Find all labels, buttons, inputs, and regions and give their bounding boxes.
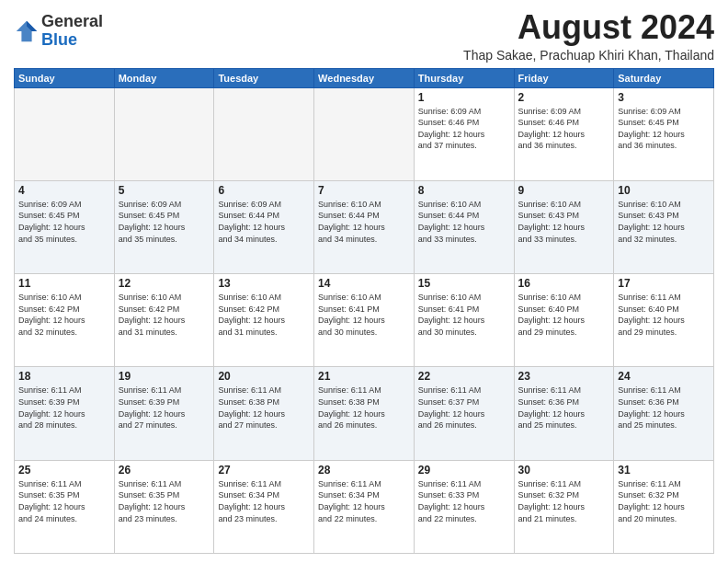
- day-info: Sunrise: 6:11 AM Sunset: 6:39 PM Dayligh…: [119, 385, 210, 431]
- day-number: 22: [418, 370, 510, 383]
- day-info: Sunrise: 6:11 AM Sunset: 6:38 PM Dayligh…: [318, 385, 410, 431]
- day-number: 7: [318, 184, 410, 197]
- day-info: Sunrise: 6:11 AM Sunset: 6:37 PM Dayligh…: [418, 385, 510, 431]
- calendar-table: SundayMondayTuesdayWednesdayThursdayFrid…: [14, 68, 714, 554]
- day-info: Sunrise: 6:10 AM Sunset: 6:41 PM Dayligh…: [318, 292, 410, 338]
- col-header-monday: Monday: [114, 68, 214, 87]
- day-info: Sunrise: 6:11 AM Sunset: 6:33 PM Dayligh…: [418, 478, 510, 524]
- calendar-cell: 28Sunrise: 6:11 AM Sunset: 6:34 PM Dayli…: [314, 460, 415, 553]
- day-number: 28: [318, 464, 410, 477]
- day-number: 27: [218, 464, 310, 477]
- calendar-cell: 31Sunrise: 6:11 AM Sunset: 6:32 PM Dayli…: [614, 460, 714, 553]
- day-number: 1: [418, 91, 510, 104]
- day-info: Sunrise: 6:10 AM Sunset: 6:44 PM Dayligh…: [318, 199, 410, 245]
- day-number: 8: [418, 184, 510, 197]
- calendar-cell: 26Sunrise: 6:11 AM Sunset: 6:35 PM Dayli…: [114, 460, 214, 553]
- day-info: Sunrise: 6:10 AM Sunset: 6:40 PM Dayligh…: [518, 292, 610, 338]
- day-number: 18: [18, 370, 110, 383]
- calendar-cell: 14Sunrise: 6:10 AM Sunset: 6:41 PM Dayli…: [314, 274, 415, 367]
- day-number: 10: [618, 184, 710, 197]
- calendar-cell: 11Sunrise: 6:10 AM Sunset: 6:42 PM Dayli…: [15, 274, 115, 367]
- calendar-cell: [214, 87, 314, 180]
- day-info: Sunrise: 6:09 AM Sunset: 6:46 PM Dayligh…: [418, 106, 510, 152]
- col-header-sunday: Sunday: [15, 68, 115, 87]
- col-header-wednesday: Wednesday: [314, 68, 415, 87]
- day-info: Sunrise: 6:11 AM Sunset: 6:32 PM Dayligh…: [618, 478, 710, 524]
- day-info: Sunrise: 6:09 AM Sunset: 6:45 PM Dayligh…: [18, 199, 110, 245]
- calendar-cell: 17Sunrise: 6:11 AM Sunset: 6:40 PM Dayli…: [614, 274, 714, 367]
- day-info: Sunrise: 6:10 AM Sunset: 6:41 PM Dayligh…: [418, 292, 510, 338]
- calendar-cell: 22Sunrise: 6:11 AM Sunset: 6:37 PM Dayli…: [414, 367, 514, 460]
- day-number: 25: [18, 464, 110, 477]
- calendar-header-row: SundayMondayTuesdayWednesdayThursdayFrid…: [15, 68, 714, 87]
- day-number: 15: [418, 277, 510, 290]
- day-number: 12: [119, 277, 210, 290]
- day-number: 9: [518, 184, 610, 197]
- week-row-5: 25Sunrise: 6:11 AM Sunset: 6:35 PM Dayli…: [15, 460, 714, 553]
- day-info: Sunrise: 6:11 AM Sunset: 6:38 PM Dayligh…: [218, 385, 310, 431]
- calendar-cell: 25Sunrise: 6:11 AM Sunset: 6:35 PM Dayli…: [15, 460, 115, 553]
- day-number: 11: [18, 277, 110, 290]
- day-number: 20: [218, 370, 310, 383]
- calendar-cell: 9Sunrise: 6:10 AM Sunset: 6:43 PM Daylig…: [514, 180, 614, 273]
- calendar-cell: 13Sunrise: 6:10 AM Sunset: 6:42 PM Dayli…: [214, 274, 314, 367]
- calendar-cell: 5Sunrise: 6:09 AM Sunset: 6:45 PM Daylig…: [114, 180, 214, 273]
- col-header-friday: Friday: [514, 68, 614, 87]
- calendar-cell: 1Sunrise: 6:09 AM Sunset: 6:46 PM Daylig…: [414, 87, 514, 180]
- day-info: Sunrise: 6:11 AM Sunset: 6:36 PM Dayligh…: [518, 385, 610, 431]
- page: General Blue August 2024 Thap Sakae, Pra…: [0, 0, 728, 563]
- week-row-3: 11Sunrise: 6:10 AM Sunset: 6:42 PM Dayli…: [15, 274, 714, 367]
- col-header-saturday: Saturday: [614, 68, 714, 87]
- calendar-cell: 3Sunrise: 6:09 AM Sunset: 6:45 PM Daylig…: [614, 87, 714, 180]
- location: Thap Sakae, Prachuap Khiri Khan, Thailan…: [463, 48, 714, 63]
- calendar-cell: 21Sunrise: 6:11 AM Sunset: 6:38 PM Dayli…: [314, 367, 415, 460]
- day-number: 24: [618, 370, 710, 383]
- day-info: Sunrise: 6:11 AM Sunset: 6:32 PM Dayligh…: [518, 478, 610, 524]
- day-number: 4: [18, 184, 110, 197]
- day-info: Sunrise: 6:11 AM Sunset: 6:36 PM Dayligh…: [618, 385, 710, 431]
- day-number: 31: [618, 464, 710, 477]
- day-number: 6: [218, 184, 310, 197]
- calendar-cell: [114, 87, 214, 180]
- calendar-cell: 2Sunrise: 6:09 AM Sunset: 6:46 PM Daylig…: [514, 87, 614, 180]
- day-info: Sunrise: 6:11 AM Sunset: 6:35 PM Dayligh…: [18, 478, 110, 524]
- day-info: Sunrise: 6:10 AM Sunset: 6:42 PM Dayligh…: [218, 292, 310, 338]
- day-number: 19: [119, 370, 210, 383]
- day-number: 5: [119, 184, 210, 197]
- calendar-cell: 16Sunrise: 6:10 AM Sunset: 6:40 PM Dayli…: [514, 274, 614, 367]
- day-info: Sunrise: 6:10 AM Sunset: 6:42 PM Dayligh…: [119, 292, 210, 338]
- day-number: 14: [318, 277, 410, 290]
- calendar-cell: 6Sunrise: 6:09 AM Sunset: 6:44 PM Daylig…: [214, 180, 314, 273]
- logo-text: General Blue: [41, 13, 103, 50]
- month-year: August 2024: [463, 9, 714, 46]
- day-number: 3: [618, 91, 710, 104]
- day-info: Sunrise: 6:09 AM Sunset: 6:46 PM Dayligh…: [518, 106, 610, 152]
- day-number: 2: [518, 91, 610, 104]
- col-header-tuesday: Tuesday: [214, 68, 314, 87]
- day-info: Sunrise: 6:10 AM Sunset: 6:44 PM Dayligh…: [418, 199, 510, 245]
- day-number: 21: [318, 370, 410, 383]
- calendar-cell: 27Sunrise: 6:11 AM Sunset: 6:34 PM Dayli…: [214, 460, 314, 553]
- day-info: Sunrise: 6:10 AM Sunset: 6:43 PM Dayligh…: [518, 199, 610, 245]
- day-info: Sunrise: 6:10 AM Sunset: 6:42 PM Dayligh…: [18, 292, 110, 338]
- calendar-cell: 18Sunrise: 6:11 AM Sunset: 6:39 PM Dayli…: [15, 367, 115, 460]
- calendar-cell: 24Sunrise: 6:11 AM Sunset: 6:36 PM Dayli…: [614, 367, 714, 460]
- header: General Blue August 2024 Thap Sakae, Pra…: [14, 9, 714, 63]
- calendar-cell: 20Sunrise: 6:11 AM Sunset: 6:38 PM Dayli…: [214, 367, 314, 460]
- calendar-cell: 23Sunrise: 6:11 AM Sunset: 6:36 PM Dayli…: [514, 367, 614, 460]
- calendar-cell: 12Sunrise: 6:10 AM Sunset: 6:42 PM Dayli…: [114, 274, 214, 367]
- day-number: 23: [518, 370, 610, 383]
- calendar-cell: 15Sunrise: 6:10 AM Sunset: 6:41 PM Dayli…: [414, 274, 514, 367]
- day-number: 17: [618, 277, 710, 290]
- title-block: August 2024 Thap Sakae, Prachuap Khiri K…: [463, 9, 714, 63]
- week-row-2: 4Sunrise: 6:09 AM Sunset: 6:45 PM Daylig…: [15, 180, 714, 273]
- day-number: 16: [518, 277, 610, 290]
- day-info: Sunrise: 6:10 AM Sunset: 6:43 PM Dayligh…: [618, 199, 710, 245]
- week-row-1: 1Sunrise: 6:09 AM Sunset: 6:46 PM Daylig…: [15, 87, 714, 180]
- day-number: 26: [119, 464, 210, 477]
- day-info: Sunrise: 6:11 AM Sunset: 6:34 PM Dayligh…: [218, 478, 310, 524]
- day-number: 29: [418, 464, 510, 477]
- calendar-cell: [15, 87, 115, 180]
- day-info: Sunrise: 6:11 AM Sunset: 6:34 PM Dayligh…: [318, 478, 410, 524]
- col-header-thursday: Thursday: [414, 68, 514, 87]
